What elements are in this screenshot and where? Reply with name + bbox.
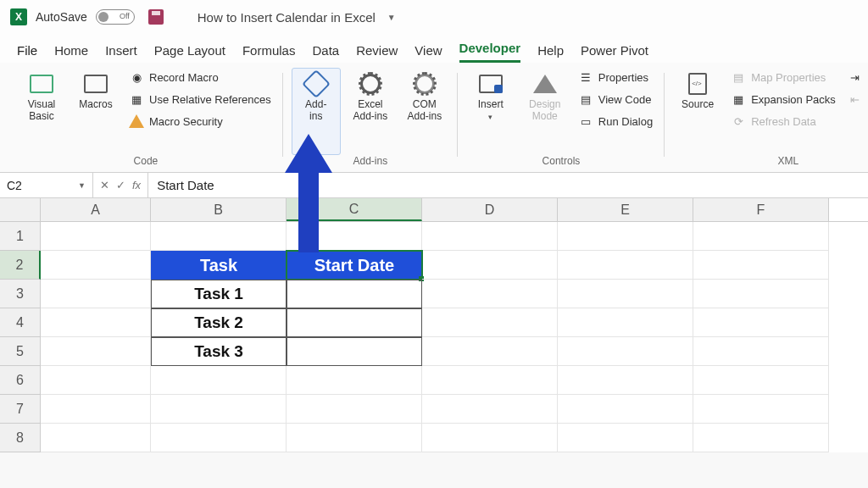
cell[interactable] [693,366,829,395]
cell[interactable] [287,337,422,366]
tab-data[interactable]: Data [312,43,339,63]
cell[interactable] [558,366,693,395]
cell[interactable]: Task 1 [151,280,287,308]
cell[interactable] [422,366,558,395]
cell[interactable] [287,366,422,395]
macros-button[interactable]: Macros [71,68,120,155]
row-header[interactable]: 8 [0,424,41,452]
cell[interactable]: Task 2 [151,308,287,337]
formula-input[interactable]: Start Date [148,178,223,192]
column-header[interactable]: D [422,198,558,221]
refresh-data-button[interactable]: ⟳Refresh Data [727,112,839,130]
cell[interactable] [41,251,151,280]
column-header[interactable]: F [693,198,829,221]
cell[interactable] [41,366,151,395]
excel-addins-button[interactable]: Excel Add-ins [346,68,395,155]
cell[interactable] [422,337,558,366]
export-button[interactable]: ⇤Export [844,90,868,108]
name-box[interactable]: C2 ▼ [0,173,93,197]
cell[interactable] [693,251,829,280]
record-macro-button[interactable]: ◉Record Macro [125,68,275,86]
expansion-packs-button[interactable]: ▦Expansion Packs [727,90,839,108]
row-header[interactable]: 1 [0,222,41,251]
cell[interactable] [41,222,151,251]
save-icon[interactable] [148,9,164,25]
properties-button[interactable]: ☰Properties [575,68,656,86]
run-dialog-button[interactable]: ▭Run Dialog [575,112,656,130]
source-button[interactable]: Source [673,68,722,155]
cell[interactable] [422,308,558,337]
cell[interactable] [41,395,151,424]
cell[interactable] [693,337,829,366]
column-header[interactable]: C [287,198,422,221]
cell[interactable] [41,280,151,308]
row-header[interactable]: 2 [0,251,41,280]
cell[interactable] [693,424,829,452]
tab-home[interactable]: Home [54,43,88,63]
cell[interactable] [422,222,558,251]
cell[interactable] [287,395,422,424]
select-all-corner[interactable] [0,198,41,221]
tab-formulas[interactable]: Formulas [242,43,296,63]
map-properties-button[interactable]: ▤Map Properties [727,68,839,86]
tab-review[interactable]: Review [356,43,398,63]
cell[interactable] [422,424,558,452]
cell[interactable] [558,251,693,280]
use-relative-button[interactable]: ▦Use Relative References [125,90,275,108]
chevron-down-icon[interactable]: ▼ [78,181,86,190]
cell[interactable] [41,337,151,366]
tab-file[interactable]: File [17,43,37,63]
enter-formula-icon[interactable]: ✓ [116,179,125,191]
row-header[interactable]: 6 [0,366,41,395]
tab-insert[interactable]: Insert [105,43,137,63]
cell[interactable] [558,280,693,308]
tab-page-layout[interactable]: Page Layout [154,43,225,63]
cell[interactable] [151,222,287,251]
view-code-button[interactable]: ▤View Code [575,90,656,108]
design-mode-button[interactable]: Design Mode [520,68,570,155]
cell[interactable]: Task 3 [151,337,287,366]
cell[interactable]: Task [151,251,287,280]
cell[interactable] [558,337,693,366]
cell[interactable] [41,308,151,337]
column-header[interactable]: A [41,198,151,221]
row-header[interactable]: 5 [0,337,41,366]
cell[interactable] [422,280,558,308]
cell[interactable] [151,424,287,452]
cell[interactable] [422,395,558,424]
cell[interactable] [693,395,829,424]
column-header[interactable]: B [151,198,287,221]
cell[interactable]: Start Date [287,251,422,280]
tab-view[interactable]: View [415,43,442,63]
insert-button[interactable]: Insert ▾ [466,68,515,155]
row-header[interactable]: 7 [0,395,41,424]
autosave-toggle[interactable]: Off [96,9,135,25]
cell[interactable] [287,308,422,337]
cell[interactable] [693,308,829,337]
addins-button[interactable]: Add- ins [292,68,341,155]
document-title[interactable]: How to Insert Calendar in Excel [198,10,376,25]
row-header[interactable]: 3 [0,280,41,308]
cell[interactable] [558,308,693,337]
cell[interactable] [422,251,558,280]
cell[interactable] [151,366,287,395]
import-button[interactable]: ⇥Import [844,68,868,86]
cell[interactable] [558,222,693,251]
tab-developer[interactable]: Developer [459,41,521,63]
cell[interactable] [287,222,422,251]
tab-help[interactable]: Help [537,43,564,63]
cell[interactable] [693,280,829,308]
macro-security-button[interactable]: Macro Security [125,112,275,130]
cell[interactable] [151,395,287,424]
cell[interactable] [693,222,829,251]
com-addins-button[interactable]: COM Add-ins [400,68,449,155]
cell[interactable] [287,280,422,308]
fx-icon[interactable]: fx [132,179,141,191]
column-header[interactable]: E [558,198,693,221]
cell[interactable] [558,395,693,424]
cell[interactable] [558,424,693,452]
cell[interactable] [41,424,151,452]
cell[interactable] [287,424,422,452]
visual-basic-button[interactable]: Visual Basic [17,68,66,155]
row-header[interactable]: 4 [0,308,41,337]
